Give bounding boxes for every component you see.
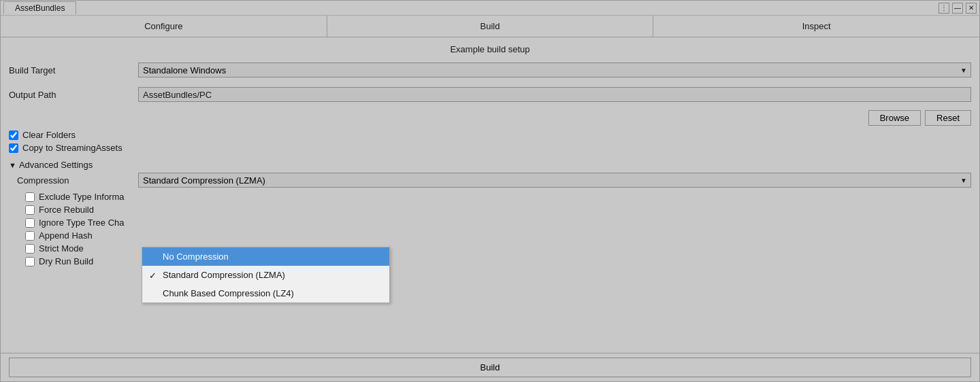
- build-target-select[interactable]: Standalone Windows: [138, 63, 971, 77]
- copy-streaming-checkbox[interactable]: [9, 143, 18, 153]
- advanced-settings-label: Advanced Settings: [19, 160, 93, 170]
- force-rebuild-checkbox[interactable]: [25, 205, 35, 215]
- clear-folders-row: Clear Folders: [1, 130, 979, 140]
- exclude-type-label: Exclude Type Informa: [39, 192, 125, 202]
- advanced-settings-header[interactable]: ▼ Advanced Settings: [1, 156, 979, 173]
- ignore-type-tree-label: Ignore Type Tree Cha: [39, 218, 125, 228]
- force-rebuild-label: Force Rebuild: [39, 205, 94, 215]
- append-hash-label: Append Hash: [39, 230, 93, 241]
- copy-streaming-row: Copy to StreamingAssets: [1, 143, 979, 153]
- build-button[interactable]: Build: [9, 358, 971, 377]
- ignore-type-tree-row: Ignore Type Tree Cha: [17, 218, 979, 228]
- force-rebuild-row: Force Rebuild: [17, 205, 979, 215]
- dropdown-item-chunk-compression[interactable]: Chunk Based Compression (LZ4): [142, 284, 389, 302]
- browse-button[interactable]: Browse: [868, 110, 921, 126]
- dropdown-item-no-compression[interactable]: No Compression: [142, 247, 389, 266]
- dry-run-checkbox[interactable]: [25, 257, 35, 266]
- tab-bar: Configure Build Inspect: [1, 16, 979, 37]
- compression-label: Compression: [17, 175, 138, 186]
- browse-reset-bar: Browse Reset: [1, 109, 979, 130]
- content-area: Example build setup Build Target Standal…: [1, 37, 979, 353]
- window-title: AssetBundles: [15, 3, 65, 13]
- strict-mode-label: Strict Mode: [39, 243, 84, 254]
- title-bar: AssetBundles ⋮ — ✕: [1, 1, 979, 16]
- dropdown-item-standard-compression-label: Standard Compression (LZMA): [163, 270, 285, 280]
- checkmark-icon: ✓: [149, 270, 157, 280]
- subtitle: Example build setup: [1, 37, 979, 60]
- bottom-bar: Build: [1, 353, 979, 381]
- more-options-icon[interactable]: ⋮: [938, 3, 949, 14]
- append-hash-row: Append Hash: [17, 230, 979, 241]
- compression-select[interactable]: Standard Compression (LZMA): [138, 173, 971, 188]
- clear-folders-label: Clear Folders: [22, 130, 76, 140]
- dropdown-item-chunk-compression-label: Chunk Based Compression (LZ4): [163, 288, 294, 298]
- clear-folders-checkbox[interactable]: [9, 131, 18, 140]
- ignore-type-tree-checkbox[interactable]: [25, 218, 35, 228]
- tab-configure[interactable]: Configure: [1, 16, 327, 37]
- collapse-triangle-icon: ▼: [9, 161, 16, 169]
- exclude-type-checkbox[interactable]: [25, 192, 35, 202]
- reset-button[interactable]: Reset: [925, 110, 971, 126]
- build-target-select-wrapper[interactable]: Standalone Windows ▼: [138, 63, 971, 77]
- append-hash-checkbox[interactable]: [25, 231, 35, 241]
- minimize-button[interactable]: —: [952, 3, 963, 14]
- dropdown-item-no-compression-label: No Compression: [163, 251, 229, 262]
- build-target-row: Build Target Standalone Windows ▼: [9, 63, 971, 77]
- tab-build[interactable]: Build: [327, 16, 654, 37]
- tab-inspect[interactable]: Inspect: [653, 16, 979, 37]
- exclude-type-row: Exclude Type Informa: [17, 192, 979, 202]
- compression-row: Compression Standard Compression (LZMA) …: [17, 173, 979, 188]
- dry-run-label: Dry Run Build: [39, 256, 93, 266]
- title-bar-controls: ⋮ — ✕: [938, 3, 977, 14]
- output-path-section: Output Path AssetBundles/PC: [1, 84, 979, 109]
- window-title-tab: AssetBundles: [3, 1, 76, 14]
- copy-streaming-label: Copy to StreamingAssets: [22, 143, 122, 153]
- output-path-input[interactable]: AssetBundles/PC: [138, 87, 971, 102]
- output-path-row: Output Path AssetBundles/PC: [9, 87, 971, 102]
- window: AssetBundles ⋮ — ✕ Configure Build Inspe…: [0, 0, 980, 382]
- output-path-label: Output Path: [9, 90, 138, 100]
- dropdown-item-standard-compression[interactable]: ✓ Standard Compression (LZMA): [142, 266, 389, 284]
- close-button[interactable]: ✕: [966, 3, 977, 14]
- compression-dropdown: No Compression ✓ Standard Compression (L…: [142, 247, 390, 303]
- build-target-section: Build Target Standalone Windows ▼: [1, 60, 979, 84]
- strict-mode-checkbox[interactable]: [25, 244, 35, 254]
- build-target-label: Build Target: [9, 65, 138, 75]
- compression-select-wrapper[interactable]: Standard Compression (LZMA) ▼: [138, 173, 971, 188]
